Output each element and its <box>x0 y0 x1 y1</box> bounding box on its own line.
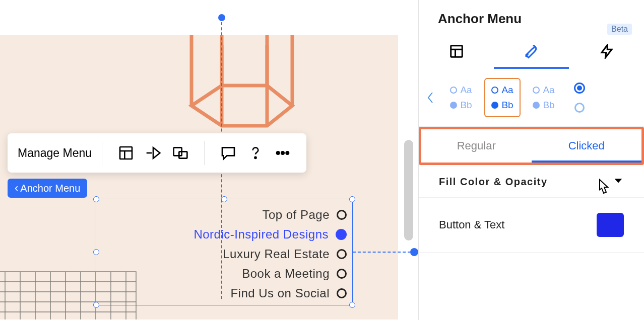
color-swatch[interactable] <box>597 213 624 237</box>
radio-unselected-icon <box>574 103 585 113</box>
manage-menu-button[interactable]: Manage Menu <box>18 146 92 160</box>
tab-animation[interactable]: Beta <box>569 34 644 69</box>
anchor-item-label: Book a Meeting <box>242 267 330 281</box>
anchor-menu-element[interactable]: Top of Page Nordic-Inspired Designs Luxu… <box>96 199 353 303</box>
state-tabs-highlight: Regular Clicked <box>419 127 644 165</box>
design-panel: Anchor Menu Beta Aa Bb Aa Bb Aa Bb <box>418 0 644 320</box>
svg-marker-0 <box>191 86 292 126</box>
element-tag[interactable]: ‹ Anchor Menu <box>8 179 87 198</box>
element-tag-label: Anchor Menu <box>20 183 80 194</box>
preset-option[interactable]: Aa Bb <box>443 78 479 117</box>
anchor-bullet-icon <box>337 269 347 279</box>
state-tab-regular[interactable]: Regular <box>421 129 532 163</box>
chevron-down-icon <box>613 175 624 188</box>
button-text-row: Button & Text <box>419 198 644 253</box>
tab-design[interactable] <box>494 34 569 69</box>
design-icon[interactable] <box>145 144 162 162</box>
guide-anchor-dot <box>410 248 418 256</box>
svg-rect-38 <box>450 46 462 57</box>
beta-badge: Beta <box>607 24 632 35</box>
svg-point-36 <box>281 151 284 154</box>
stretch-icon[interactable] <box>172 144 189 162</box>
svg-point-34 <box>254 157 256 158</box>
anchor-bullet-icon <box>337 288 347 298</box>
alignment-guide-horizontal <box>353 252 411 253</box>
element-toolbar: Manage Menu <box>8 133 306 173</box>
preset-option-selected[interactable]: Aa Bb <box>484 78 521 117</box>
preset-option[interactable]: Aa Bb <box>526 78 562 117</box>
help-icon[interactable] <box>247 144 264 162</box>
svg-point-37 <box>286 151 289 154</box>
button-text-label: Button & Text <box>439 218 504 231</box>
svg-marker-41 <box>602 45 612 58</box>
anchor-item-label: Find Us on Social <box>230 286 330 300</box>
preset-radio-group[interactable] <box>567 83 592 113</box>
state-tabs: Regular Clicked <box>421 129 641 163</box>
preset-back-button[interactable] <box>423 88 438 108</box>
anchor-item-label: Luxury Real Estate <box>223 247 330 261</box>
design-preset-row: Aa Bb Aa Bb Aa Bb <box>419 69 644 127</box>
fill-section-title: Fill Color & Opacity <box>439 176 548 188</box>
canvas-scrollbar[interactable] <box>404 140 413 241</box>
anchor-bullet-icon <box>336 229 347 240</box>
layout-icon[interactable] <box>117 144 135 162</box>
anchor-menu-item[interactable]: Find Us on Social <box>96 283 353 303</box>
anchor-menu-item[interactable]: Book a Meeting <box>96 264 353 283</box>
svg-marker-42 <box>615 179 622 183</box>
anchor-bullet-icon <box>337 249 347 259</box>
svg-marker-31 <box>153 147 160 158</box>
anchor-menu-item[interactable]: Nordic-Inspired Designs <box>96 224 353 244</box>
panel-top-tabs: Beta <box>419 34 644 69</box>
anchor-item-label: Nordic-Inspired Designs <box>194 227 329 242</box>
editor-canvas: Manage Menu ‹ <box>0 0 418 320</box>
svg-rect-27 <box>120 147 132 159</box>
more-icon[interactable] <box>274 144 291 162</box>
tab-layout[interactable] <box>419 34 494 69</box>
anchor-menu-item[interactable]: Top of Page <box>96 205 353 224</box>
svg-point-35 <box>277 151 279 154</box>
anchor-item-label: Top of Page <box>262 208 330 222</box>
anchor-bullet-icon <box>337 210 347 220</box>
comment-icon[interactable] <box>220 144 237 162</box>
anchor-menu-item[interactable]: Luxury Real Estate <box>96 244 353 264</box>
fill-color-section[interactable]: Fill Color & Opacity <box>419 165 644 198</box>
radio-selected-icon <box>574 83 585 94</box>
chevron-left-icon: ‹ <box>15 182 18 195</box>
guide-anchor-dot <box>218 14 225 21</box>
state-tab-clicked[interactable]: Clicked <box>532 129 642 163</box>
